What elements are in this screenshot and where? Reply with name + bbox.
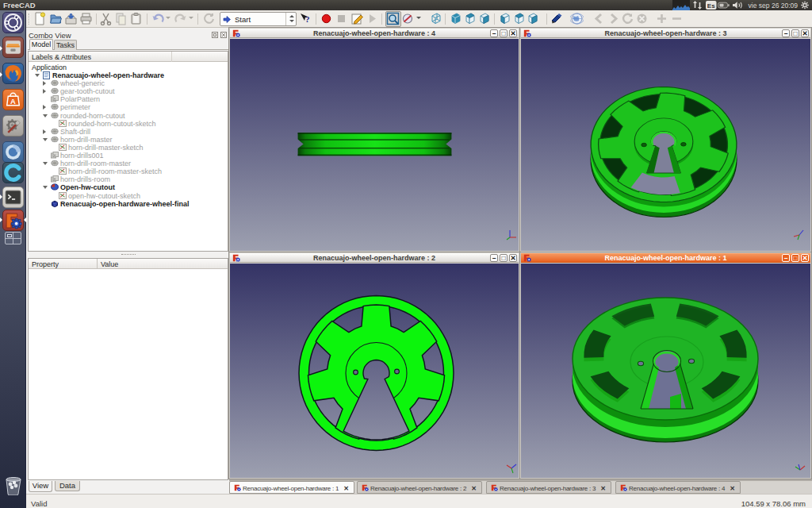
svg-text:A: A	[10, 98, 16, 106]
svg-text:Es: Es	[707, 2, 715, 10]
svg-text:?: ?	[305, 14, 310, 24]
svg-text:vie sep 26 20:09: vie sep 26 20:09	[749, 2, 799, 10]
